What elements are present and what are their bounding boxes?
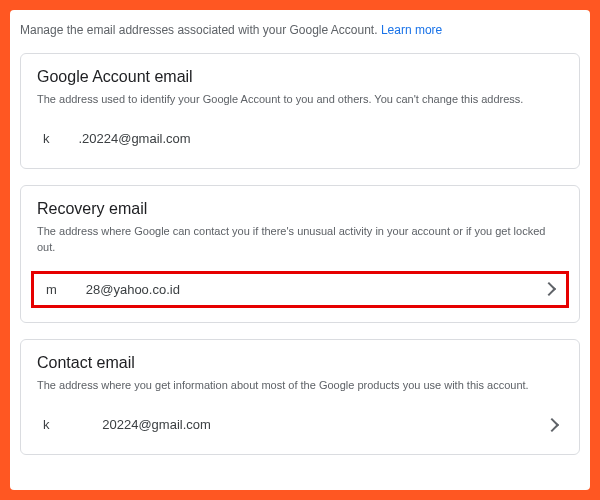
section-title: Recovery email [37,200,563,218]
section-title: Contact email [37,354,563,372]
recovery-email-card: Recovery email The address where Google … [20,185,580,323]
learn-more-link[interactable]: Learn more [381,23,442,37]
recovery-email-row[interactable]: murnia28@yahoo.co.id [31,271,569,308]
section-description: The address used to identify your Google… [37,92,563,107]
section-title: Google Account email [37,68,563,86]
account-email-row: kurnia.20224@gmail.com [37,123,563,154]
intro-text: Manage the email addresses associated wi… [20,22,580,39]
section-description: The address where Google can contact you… [37,224,563,255]
contact-email-value: kurniawan20224@gmail.com [43,417,211,432]
section-description: The address where you get information ab… [37,378,563,393]
account-email-value: kurnia.20224@gmail.com [43,131,191,146]
chevron-right-icon [542,282,556,296]
contact-email-row[interactable]: kurniawan20224@gmail.com [37,409,563,440]
chevron-right-icon [545,418,559,432]
intro-message: Manage the email addresses associated wi… [20,23,381,37]
email-settings-panel: Manage the email addresses associated wi… [10,10,590,490]
recovery-email-value: murnia28@yahoo.co.id [46,282,180,297]
contact-email-card: Contact email The address where you get … [20,339,580,455]
google-account-email-card: Google Account email The address used to… [20,53,580,169]
